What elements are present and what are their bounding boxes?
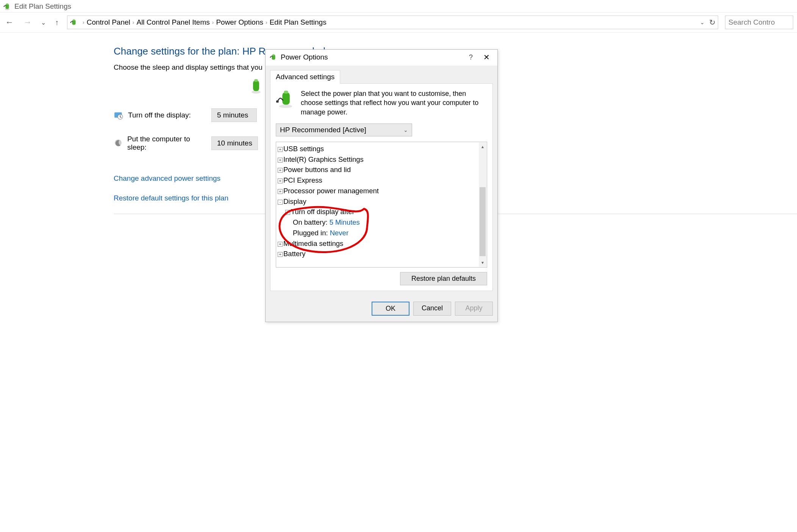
chevron-right-icon: ›	[133, 19, 134, 25]
svg-rect-19	[276, 100, 279, 102]
battery-large-icon	[250, 78, 262, 94]
svg-rect-13	[272, 55, 275, 60]
scroll-thumb[interactable]	[480, 187, 486, 214]
close-button[interactable]: ✕	[480, 53, 494, 62]
power-plan-selected: HP Recommended [Active]	[280, 126, 366, 134]
collapse-icon[interactable]: -	[285, 210, 290, 214]
nav-forward-button[interactable]: →	[22, 18, 33, 27]
svg-point-3	[3, 6, 5, 7]
breadcrumb-item[interactable]: Control Panel	[87, 18, 130, 27]
expand-icon[interactable]: +	[278, 158, 283, 163]
svg-rect-18	[284, 91, 288, 94]
search-placeholder: Search Contro	[728, 18, 775, 27]
tree-scrollbar[interactable]: ▴ ▾	[479, 142, 486, 214]
nav-toolbar: ← → ⌄ ↑ › Control Panel › All Control Pa…	[0, 12, 797, 33]
expand-icon[interactable]: +	[278, 178, 283, 183]
battery-plug-icon	[70, 18, 78, 27]
setting-label-text: Turn off the display:	[128, 111, 191, 119]
tree-node-pci-express[interactable]: +PCI Express	[278, 175, 484, 186]
svg-rect-14	[272, 54, 275, 56]
svg-rect-2	[6, 3, 8, 5]
dialog-title: Power Options	[281, 53, 462, 61]
sleep-timeout-select[interactable]: 10 minutes	[211, 136, 258, 150]
address-dropdown-icon[interactable]: ⌄	[700, 19, 705, 25]
nav-up-button[interactable]: ↑	[53, 19, 60, 26]
nav-recent-dropdown[interactable]: ⌄	[40, 19, 47, 26]
tree-node-power-buttons[interactable]: +Power buttons and lid	[278, 164, 484, 175]
setting-label-text: Put the computer to sleep:	[127, 135, 205, 152]
chevron-right-icon: ›	[266, 19, 267, 25]
tree-node-intel-graphics[interactable]: +Intel(R) Graphics Settings	[278, 154, 484, 165]
chevron-down-icon: ⌄	[403, 127, 408, 133]
link-restore-defaults[interactable]: Restore default settings for this plan	[114, 194, 228, 202]
tab-advanced-settings[interactable]: Advanced settings	[270, 70, 340, 84]
settings-tree-container: +USB settings +Intel(R) Graphics Setting…	[276, 142, 487, 214]
svg-rect-5	[73, 19, 75, 21]
monitor-clock-icon	[114, 110, 123, 120]
nav-back-button[interactable]: ←	[4, 18, 15, 27]
power-plan-select[interactable]: HP Recommended [Active] ⌄	[276, 124, 412, 136]
svg-point-16	[279, 105, 292, 108]
svg-point-15	[270, 57, 271, 58]
moon-icon	[114, 138, 123, 148]
breadcrumb-item[interactable]: Power Options	[216, 18, 263, 27]
help-button[interactable]: ?	[462, 53, 480, 61]
window-title: Edit Plan Settings	[14, 2, 71, 11]
battery-plug-large-icon	[276, 89, 295, 109]
link-advanced-settings[interactable]: Change advanced power settings	[114, 174, 220, 183]
power-options-dialog: Power Options ? ✕ Advanced settings Sele…	[265, 49, 498, 214]
svg-rect-8	[253, 80, 259, 91]
breadcrumb-item[interactable]: Edit Plan Settings	[270, 18, 327, 27]
window-title-bar: Edit Plan Settings	[0, 0, 797, 12]
scroll-up-icon[interactable]: ▴	[479, 142, 486, 151]
tree-node-usb[interactable]: +USB settings	[278, 144, 484, 154]
refresh-icon[interactable]: ↻	[709, 18, 716, 27]
chevron-right-icon: ›	[212, 19, 214, 25]
battery-plug-icon	[269, 53, 278, 61]
svg-point-6	[70, 22, 71, 23]
display-timeout-select[interactable]: 5 minutes	[211, 108, 257, 122]
dialog-intro-text: Select the power plan that you want to c…	[301, 89, 487, 117]
search-input[interactable]: Search Contro	[725, 16, 793, 29]
svg-rect-9	[254, 79, 258, 82]
tree-node-display[interactable]: -Display	[278, 196, 484, 207]
tree-node-processor[interactable]: +Processor power management	[278, 186, 484, 196]
dialog-title-bar[interactable]: Power Options ? ✕	[266, 50, 497, 66]
expand-icon[interactable]: +	[278, 168, 283, 173]
chevron-right-icon: ›	[83, 19, 84, 25]
svg-rect-1	[5, 4, 9, 9]
tree-node-turn-off-display[interactable]: -Turn off display after	[278, 207, 484, 214]
svg-rect-17	[282, 92, 290, 105]
breadcrumb-item[interactable]: All Control Panel Items	[136, 18, 209, 27]
settings-tree[interactable]: +USB settings +Intel(R) Graphics Setting…	[276, 142, 487, 214]
address-bar[interactable]: › Control Panel › All Control Panel Item…	[67, 16, 718, 29]
scroll-track[interactable]	[479, 151, 486, 214]
collapse-icon[interactable]: -	[278, 200, 283, 205]
battery-plug-icon	[3, 2, 11, 11]
svg-rect-4	[72, 20, 75, 25]
expand-icon[interactable]: +	[278, 147, 283, 152]
expand-icon[interactable]: +	[278, 189, 283, 194]
